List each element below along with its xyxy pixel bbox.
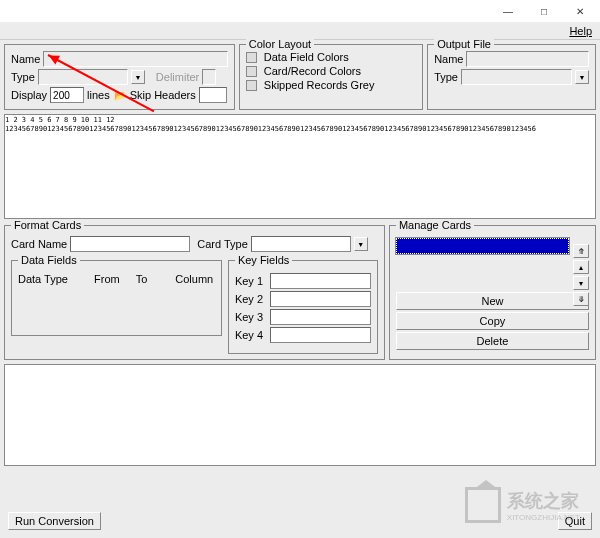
opt-card-record-colors: Card/Record Colors: [264, 65, 361, 77]
col-from: From: [94, 273, 120, 285]
move-down-icon[interactable]: ▾: [573, 276, 589, 290]
card-type-label: Card Type: [197, 238, 248, 250]
name-field[interactable]: [43, 51, 227, 67]
key-fields-title: Key Fields: [235, 254, 292, 266]
delete-button[interactable]: Delete: [396, 332, 589, 350]
chk-skipped-grey[interactable]: [246, 80, 257, 91]
titlebar: — □ ✕: [0, 0, 600, 22]
output-preview-area[interactable]: [4, 364, 596, 466]
menu-help[interactable]: Help: [569, 25, 592, 37]
output-type-field[interactable]: [461, 69, 572, 85]
col-data-type: Data Type: [18, 273, 78, 285]
name-label: Name: [11, 53, 40, 65]
key1-label: Key 1: [235, 275, 267, 287]
color-layout-title: Color Layout: [246, 38, 314, 50]
output-name-field[interactable]: [466, 51, 589, 67]
key-fields-panel: Key Fields Key 1 Key 2 Key 3 Key 4: [228, 260, 378, 354]
key3-label: Key 3: [235, 311, 267, 323]
output-file-panel: Output File Name Type ▼: [427, 44, 596, 110]
data-fields-panel: Data Fields Data Type From To Column: [11, 260, 222, 336]
delimiter-label: Delimiter: [156, 71, 199, 83]
data-fields-title: Data Fields: [18, 254, 80, 266]
card-type-dropdown-icon[interactable]: ▼: [354, 237, 368, 251]
manage-cards-title: Manage Cards: [396, 219, 474, 231]
move-bottom-icon[interactable]: ⤋: [573, 292, 589, 306]
skip-headers-label: Skip Headers: [130, 89, 196, 101]
color-layout-panel: Color Layout Data Field Colors Card/Reco…: [239, 44, 423, 110]
type-label: Type: [11, 71, 35, 83]
key4-input[interactable]: [270, 327, 371, 343]
chk-data-field-colors[interactable]: [246, 52, 257, 63]
new-button[interactable]: New: [396, 292, 589, 310]
quit-button[interactable]: Quit: [558, 512, 592, 530]
display-label: Display: [11, 89, 47, 101]
minimize-button[interactable]: —: [490, 1, 526, 21]
lines-label: lines: [87, 89, 110, 101]
col-to: To: [136, 273, 148, 285]
manage-cards-list-item[interactable]: [396, 238, 569, 254]
manage-cards-panel: Manage Cards ⤊ ▴ ▾ ⤋ New Copy Delete: [389, 225, 596, 360]
type-field[interactable]: [38, 69, 128, 85]
move-up-icon[interactable]: ▴: [573, 260, 589, 274]
watermark-brand: 系统之家: [507, 489, 580, 513]
ruler-tens: 1 2 3 4 5 6 7 8 9 10 11 12: [5, 115, 595, 124]
ruler-units: 1234567890123456789012345678901234567890…: [5, 124, 595, 133]
key2-label: Key 2: [235, 293, 267, 305]
opt-data-field-colors: Data Field Colors: [264, 51, 349, 63]
skip-headers-input[interactable]: [199, 87, 227, 103]
chk-card-record-colors[interactable]: [246, 66, 257, 77]
type-dropdown-icon[interactable]: ▼: [131, 70, 145, 84]
source-panel: Name Type ▼ Delimiter Display lines 📂 Sk…: [4, 44, 235, 110]
card-name-input[interactable]: [70, 236, 190, 252]
move-top-icon[interactable]: ⤊: [573, 244, 589, 258]
display-lines-input[interactable]: [50, 87, 84, 103]
data-preview-area[interactable]: 1 2 3 4 5 6 7 8 9 10 11 12 1234567890123…: [4, 114, 596, 219]
format-cards-panel: Format Cards Card Name Card Type ▼ Data …: [4, 225, 385, 360]
key2-input[interactable]: [270, 291, 371, 307]
output-file-title: Output File: [434, 38, 494, 50]
opt-skipped-grey: Skipped Records Grey: [264, 79, 375, 91]
card-name-label: Card Name: [11, 238, 67, 250]
key3-input[interactable]: [270, 309, 371, 325]
delimiter-field[interactable]: [202, 69, 216, 85]
format-cards-title: Format Cards: [11, 219, 84, 231]
close-button[interactable]: ✕: [562, 1, 598, 21]
key1-input[interactable]: [270, 273, 371, 289]
output-type-dropdown-icon[interactable]: ▼: [575, 70, 589, 84]
output-type-label: Type: [434, 71, 458, 83]
card-type-input[interactable]: [251, 236, 351, 252]
output-name-label: Name: [434, 53, 463, 65]
key4-label: Key 4: [235, 329, 267, 341]
run-conversion-button[interactable]: Run Conversion: [8, 512, 101, 530]
maximize-button[interactable]: □: [526, 1, 562, 21]
col-column: Column: [175, 273, 213, 285]
copy-button[interactable]: Copy: [396, 312, 589, 330]
